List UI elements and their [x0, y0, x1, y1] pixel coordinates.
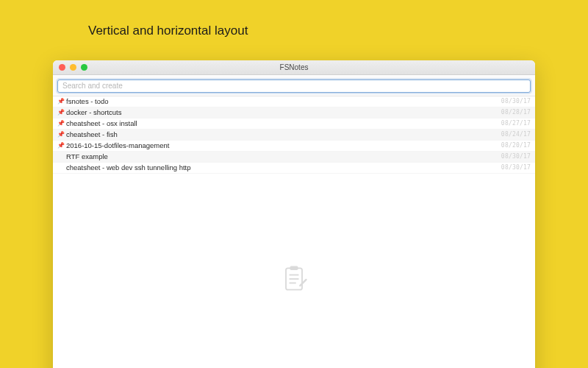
list-item[interactable]: cheatsheet - web dev ssh tunnelling http… [53, 163, 535, 174]
note-list: 📌fsnotes - todo08/30/17📌docker - shortcu… [53, 96, 535, 174]
note-title: cheatsheet - osx install [66, 119, 501, 127]
pin-icon: 📌 [57, 120, 65, 127]
app-window: FSNotes 📌fsnotes - todo08/30/17📌docker -… [53, 60, 535, 368]
note-title: cheatsheet - web dev ssh tunnelling http [66, 163, 501, 171]
page-title: Vertical and horizontal layout [88, 24, 248, 38]
titlebar[interactable]: FSNotes [53, 60, 535, 75]
svg-rect-1 [290, 266, 298, 270]
pin-icon: 📌 [57, 142, 65, 149]
note-date: 08/27/17 [501, 120, 531, 127]
list-item[interactable]: 📌docker - shortcuts08/28/17 [53, 107, 535, 118]
search-input[interactable] [57, 79, 531, 93]
pin-icon: 📌 [57, 131, 65, 138]
window-title: FSNotes [53, 63, 535, 71]
note-title: cheatsheet - fish [66, 130, 501, 138]
list-item[interactable]: 📌cheatsheet - osx install08/27/17 [53, 118, 535, 130]
pin-icon: 📌 [57, 109, 65, 116]
note-title: docker - shortcuts [66, 108, 501, 116]
list-item[interactable]: 📌2016-10-15-dotfiles-management08/20/17 [53, 141, 535, 152]
svg-line-5 [300, 280, 306, 286]
pin-icon: 📌 [57, 98, 65, 105]
note-date: 08/30/17 [501, 164, 531, 171]
list-item[interactable]: RTF example08/30/17 [53, 152, 535, 163]
note-date: 08/24/17 [501, 131, 531, 138]
list-item[interactable]: 📌fsnotes - todo08/30/17 [53, 96, 535, 107]
note-date: 08/20/17 [501, 142, 531, 149]
empty-editor [53, 174, 535, 369]
note-title: RTF example [66, 152, 501, 160]
search-bar-wrap [53, 75, 535, 96]
note-title: 2016-10-15-dotfiles-management [66, 141, 501, 149]
note-date: 08/30/17 [501, 98, 531, 105]
clipboard-icon [278, 263, 310, 295]
note-title: fsnotes - todo [66, 97, 501, 105]
note-date: 08/30/17 [501, 153, 531, 160]
note-date: 08/28/17 [501, 109, 531, 116]
list-item[interactable]: 📌cheatsheet - fish08/24/17 [53, 130, 535, 141]
